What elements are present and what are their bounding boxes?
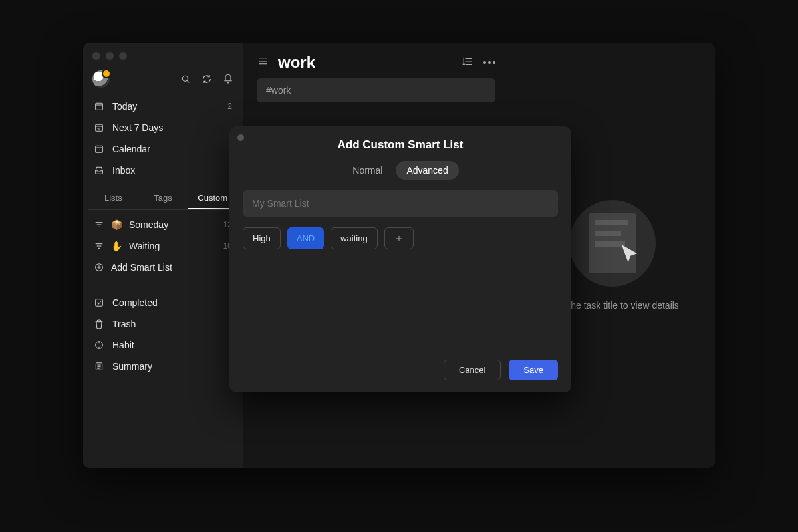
emoji-icon: 📦 bbox=[111, 219, 122, 230]
nav-next7[interactable]: W Next 7 Days bbox=[83, 117, 243, 138]
operator-chip-and[interactable]: AND bbox=[287, 227, 324, 249]
more-icon[interactable] bbox=[483, 61, 495, 64]
nav-calendar[interactable]: Calendar bbox=[83, 138, 243, 160]
tab-tags[interactable]: Tags bbox=[138, 188, 188, 209]
sidebar-tabs: Lists Tags Custom bbox=[88, 188, 237, 210]
sidebar: Today 2 W Next 7 Days Calendar Inbox Lis… bbox=[83, 43, 243, 468]
nav-count: 2 bbox=[227, 102, 232, 111]
segment-normal[interactable]: Normal bbox=[342, 161, 393, 180]
svg-point-9 bbox=[97, 150, 98, 150]
smartlist-someday[interactable]: 📦 Someday 13 bbox=[83, 214, 243, 235]
svg-rect-7 bbox=[96, 146, 103, 152]
nav-label: Habit bbox=[112, 340, 134, 350]
add-smart-list[interactable]: Add Smart List bbox=[83, 257, 243, 278]
window-minimize-icon[interactable] bbox=[106, 52, 114, 60]
svg-line-1 bbox=[187, 80, 189, 82]
rule-builder: High AND waiting bbox=[243, 227, 558, 249]
menu-icon[interactable] bbox=[257, 55, 269, 70]
segment-advanced[interactable]: Advanced bbox=[396, 161, 458, 180]
emoji-icon: ✋ bbox=[111, 241, 122, 251]
filter-chip-waiting[interactable]: waiting bbox=[331, 227, 377, 249]
avatar[interactable] bbox=[92, 70, 110, 88]
sync-icon[interactable] bbox=[201, 74, 212, 84]
add-smart-list-label: Add Smart List bbox=[111, 262, 172, 273]
target-icon bbox=[94, 340, 104, 350]
nav-summary[interactable]: Summary bbox=[83, 356, 243, 377]
empty-state-illustration bbox=[569, 200, 656, 287]
svg-point-0 bbox=[182, 76, 188, 81]
plus-circle-icon bbox=[94, 262, 104, 273]
window-controls bbox=[92, 52, 127, 60]
filter-icon bbox=[94, 219, 104, 230]
svg-rect-20 bbox=[96, 299, 103, 307]
filter-icon bbox=[94, 241, 104, 251]
trash-icon bbox=[94, 319, 104, 329]
calendar-icon bbox=[94, 144, 104, 154]
modal-close-icon[interactable] bbox=[237, 134, 244, 141]
nav-inbox[interactable]: Inbox bbox=[83, 160, 243, 181]
add-filter-button[interactable] bbox=[384, 227, 414, 249]
inbox-icon bbox=[94, 165, 104, 176]
nav-label: Trash bbox=[112, 319, 136, 329]
nav-label: Next 7 Days bbox=[112, 122, 163, 133]
calendar-day-icon bbox=[94, 101, 104, 112]
summary-icon bbox=[94, 361, 104, 372]
svg-rect-2 bbox=[96, 103, 103, 110]
nav-completed[interactable]: Completed bbox=[83, 292, 243, 313]
nav-label: Today bbox=[112, 101, 137, 112]
divider bbox=[91, 285, 235, 285]
search-icon[interactable] bbox=[180, 74, 191, 84]
modal-title: Add Custom Smart List bbox=[243, 138, 558, 152]
window-zoom-icon[interactable] bbox=[119, 52, 127, 60]
add-smart-list-modal: Add Custom Smart List Normal Advanced Hi… bbox=[229, 126, 571, 392]
smartlist-label: Waiting bbox=[129, 241, 160, 251]
page-title: work bbox=[278, 53, 315, 72]
smartlist-label: Someday bbox=[129, 219, 168, 230]
nav-today[interactable]: Today 2 bbox=[83, 96, 243, 117]
nav-trash[interactable]: Trash bbox=[83, 313, 243, 334]
cursor-icon bbox=[617, 241, 644, 271]
window-close-icon[interactable] bbox=[92, 52, 100, 60]
svg-point-10 bbox=[99, 150, 100, 150]
nav-habit[interactable]: Habit bbox=[83, 334, 243, 356]
smartlist-waiting[interactable]: ✋ Waiting 10 bbox=[83, 235, 243, 257]
tag-filter-chip[interactable]: #work bbox=[257, 78, 495, 102]
svg-text:W: W bbox=[97, 127, 101, 131]
save-button[interactable]: Save bbox=[509, 360, 558, 380]
nav-label: Inbox bbox=[112, 165, 135, 176]
mode-segmented-control: Normal Advanced bbox=[243, 161, 558, 180]
filter-chip-high[interactable]: High bbox=[243, 227, 281, 249]
nav-label: Completed bbox=[112, 297, 158, 308]
check-square-icon bbox=[94, 297, 104, 308]
sort-icon[interactable] bbox=[462, 55, 474, 70]
nav-label: Calendar bbox=[112, 144, 150, 154]
smartlist-name-input[interactable] bbox=[243, 190, 558, 217]
nav-label: Summary bbox=[112, 361, 152, 372]
bell-icon[interactable] bbox=[223, 74, 233, 84]
cancel-button[interactable]: Cancel bbox=[444, 360, 501, 380]
calendar-week-icon: W bbox=[94, 122, 104, 133]
tab-lists[interactable]: Lists bbox=[88, 188, 138, 209]
